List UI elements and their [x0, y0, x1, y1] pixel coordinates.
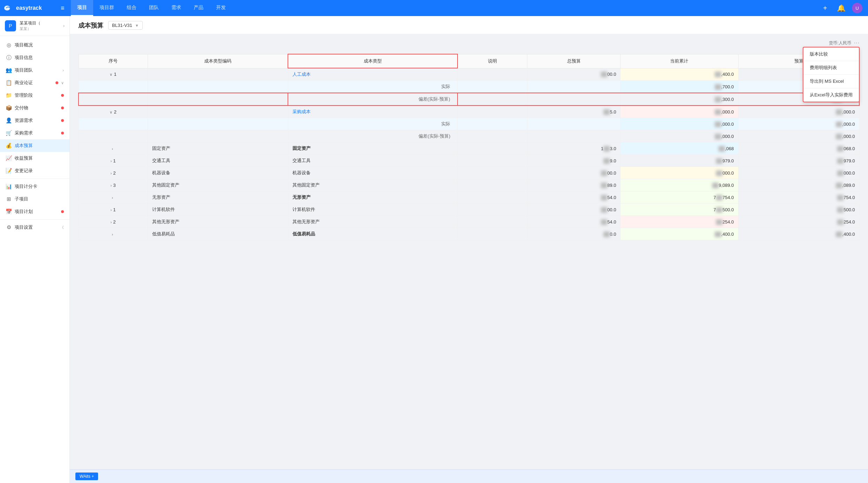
settings-collapse-icon: 《 — [60, 225, 64, 230]
business-arrow-icon: ∨ — [61, 81, 64, 85]
row1-type: 人工成本 — [288, 68, 458, 81]
row4-type-link[interactable]: 采购成本 — [292, 109, 311, 114]
row6-plan: ██,000.0 — [738, 130, 859, 142]
row7-code: 固定资产 — [148, 142, 288, 155]
app-logo[interactable]: easytrack — [4, 4, 53, 12]
context-menu-version-compare[interactable]: 版本比较 — [803, 47, 859, 61]
row12-type: 计算机软件 — [288, 204, 458, 216]
row11-code: 无形资产 — [148, 191, 288, 204]
expand-icon[interactable]: › — [111, 183, 112, 188]
sidebar-item-revenue[interactable]: 📈 收益预算 — [0, 152, 69, 164]
nav-right-actions: + 🔔 U — [820, 3, 868, 13]
th-current-accum: 当前累计 — [621, 54, 738, 68]
sidebar-item-team[interactable]: 👥 项目团队 › — [0, 64, 69, 76]
row12-budget: ██00.0 — [527, 204, 621, 216]
row9-type: 机器设备 — [288, 167, 458, 179]
table-row: ›1 交通工具 交通工具 ██9.0 ██979.0 ██979.0 — [79, 155, 859, 167]
expand-icon[interactable]: ∨ — [110, 72, 112, 76]
row2-current: ██,700.0 — [621, 81, 738, 93]
hamburger-menu-icon[interactable]: ≡ — [59, 3, 66, 13]
nav-item-product[interactable]: 产品 — [187, 0, 210, 16]
expand-icon[interactable]: › — [111, 220, 112, 224]
expand-icon[interactable]: › — [111, 159, 112, 163]
nav-item-program[interactable]: 项目群 — [93, 0, 120, 16]
expand-icon[interactable]: › — [112, 232, 113, 236]
sidebar-item-scorecard[interactable]: 📊 项目计分卡 — [0, 180, 69, 193]
row9-plan: ██000.0 — [738, 167, 859, 179]
sidebar-item-stage[interactable]: 📁 管理阶段 — [0, 89, 69, 102]
row4-budget: ██5.0 — [527, 105, 621, 118]
expand-icon[interactable]: › — [112, 147, 113, 151]
nav-item-team[interactable]: 团队 — [143, 0, 165, 16]
cost-budget-label: 成本预算 — [15, 142, 64, 149]
cost-table: 序号 成本类型编码 成本类型 说明 总预算 当前累计 预算 ∨1 — [78, 54, 860, 240]
expand-icon[interactable]: › — [112, 196, 113, 200]
row11-budget: ██54.0 — [527, 191, 621, 204]
row14-type: 低值易耗品 — [288, 228, 458, 240]
row5-code — [148, 118, 288, 130]
revenue-label: 收益预算 — [15, 155, 64, 161]
table-row: 实际 ██,700.0 ██,700.0 — [79, 81, 859, 93]
context-menu-expense-detail[interactable]: 费用明细列表 — [803, 61, 859, 74]
team-icon: 👥 — [6, 67, 12, 73]
row4-type: 采购成本 — [288, 105, 458, 118]
purchase-badge — [61, 132, 64, 134]
table-row: 偏差(实际-预算) ██,000.0 ██,000.0 — [79, 130, 859, 142]
info-label: 项目信息 — [15, 54, 64, 61]
row13-type: 其他无形资产 — [288, 216, 458, 228]
row7-type: 固定资产 — [288, 142, 458, 155]
revenue-icon: 📈 — [6, 155, 12, 161]
user-avatar[interactable]: U — [852, 3, 862, 13]
row2-type: 实际 — [288, 81, 458, 93]
sidebar-item-subproject[interactable]: ⊞ 子项目 — [0, 193, 69, 205]
add-button[interactable]: + — [820, 3, 830, 13]
sidebar-item-deliverable[interactable]: 📦 交付物 — [0, 102, 69, 114]
row1-code — [148, 68, 288, 81]
bottom-tab-add-button[interactable]: WAits + — [75, 473, 98, 480]
team-arrow-icon: › — [62, 68, 64, 72]
sidebar-item-cost-budget[interactable]: 💰 成本预算 — [0, 139, 69, 152]
row2-code — [148, 81, 288, 93]
more-options-icon[interactable]: ··· — [854, 40, 860, 46]
table-container: 货币:人民币 ··· 版本比较 费用明细列表 导出到 MS Excel 从Exc… — [70, 34, 868, 469]
sidebar-item-plan[interactable]: 📅 项目计划 — [0, 205, 69, 218]
nav-item-portfolio[interactable]: 组合 — [120, 0, 143, 16]
nav-item-demand[interactable]: 需求 — [165, 0, 187, 16]
sidebar-project-header[interactable]: P 某某项目（ 某某） › — [0, 16, 69, 36]
th-total-budget: 总预算 — [527, 54, 621, 68]
row6-type: 偏差(实际-预算) — [288, 130, 458, 142]
row14-seq: › — [79, 228, 148, 240]
sidebar-item-overview[interactable]: ◎ 项目概况 — [0, 39, 69, 51]
row7-budget: 1██3.0 — [527, 142, 621, 155]
row13-plan: ██254.0 — [738, 216, 859, 228]
bottom-tab-bar: WAits + — [70, 469, 868, 483]
sidebar-item-settings[interactable]: ⚙ 项目设置 《 — [0, 221, 69, 234]
sidebar-item-info[interactable]: ⓘ 项目信息 — [0, 51, 69, 64]
context-menu-export-excel[interactable]: 导出到 MS Excel — [803, 74, 859, 88]
version-selector[interactable]: BL31-V31 ▼ — [108, 21, 143, 30]
context-menu-import-excel[interactable]: 从Excel导入实际费用 — [803, 88, 859, 102]
sidebar-item-resource[interactable]: 👤 资源需求 — [0, 114, 69, 127]
nav-item-project[interactable]: 项目 — [71, 0, 93, 16]
th-seq: 序号 — [79, 54, 148, 68]
expand-icon[interactable]: › — [111, 208, 112, 212]
sidebar: P 某某项目（ 某某） › ◎ 项目概况 ⓘ 项目信息 👥 项目团队 › 📋 — [0, 16, 70, 483]
nav-item-dev[interactable]: 开发 — [210, 0, 232, 16]
project-sub: 某某） — [20, 26, 60, 31]
sidebar-item-purchase[interactable]: 🛒 采购需求 — [0, 127, 69, 139]
table-row: ∨2 采购成本 ██5.0 ██,000.0 — [79, 105, 859, 118]
subproject-label: 子项目 — [15, 196, 64, 202]
expand-icon[interactable]: ∨ — [110, 110, 112, 114]
expand-icon[interactable]: › — [111, 171, 112, 175]
row10-budget: ██89.0 — [527, 179, 621, 191]
table-row: › 无形资产 无形资产 ██54.0 7██754.0 ██754.0 — [79, 191, 859, 204]
row1-type-link[interactable]: 人工成本 — [292, 72, 311, 77]
page-title: 成本预算 — [78, 21, 103, 30]
sidebar-item-business[interactable]: 📋 商业论证 ∨ — [0, 76, 69, 89]
settings-icon: ⚙ — [6, 224, 12, 230]
sidebar-item-change[interactable]: 📝 变更记录 — [0, 164, 69, 177]
row10-type: 其他固定资产 — [288, 179, 458, 191]
row13-budget: ██54.0 — [527, 216, 621, 228]
notification-icon[interactable]: 🔔 — [836, 3, 846, 13]
row3-seq — [79, 93, 148, 105]
